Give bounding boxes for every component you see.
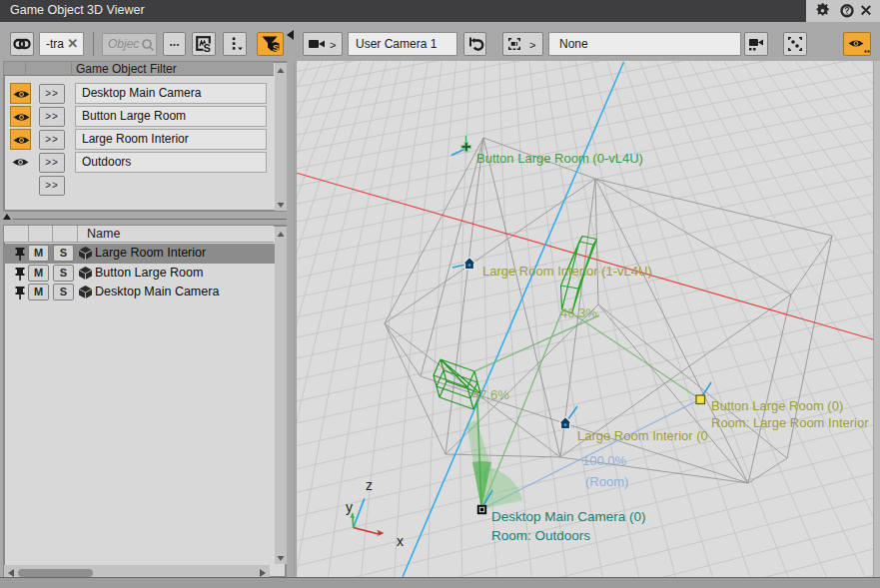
svg-text:(Room): (Room) xyxy=(585,474,628,489)
svg-text:Room: Large Room Interior: Room: Large Room Interior xyxy=(711,415,869,430)
svg-text:46.3%: 46.3% xyxy=(560,305,597,320)
svg-text:x: x xyxy=(397,533,404,549)
svg-text:47.6%: 47.6% xyxy=(472,387,509,402)
svg-text:Button Large Room (0-vL4U): Button Large Room (0-vL4U) xyxy=(476,151,643,166)
svg-text:Room: Outdoors: Room: Outdoors xyxy=(491,528,590,543)
svg-text:S: S xyxy=(273,42,279,53)
svg-text:100.0%: 100.0% xyxy=(582,453,627,468)
svg-text:z: z xyxy=(366,477,373,493)
svg-text:Desktop Main Camera (0): Desktop Main Camera (0) xyxy=(491,509,646,524)
svg-text:Button Large Room (0): Button Large Room (0) xyxy=(711,398,843,413)
svg-text:y: y xyxy=(346,499,353,515)
svg-text:Large Room Interior (1-vL4U): Large Room Interior (1-vL4U) xyxy=(482,264,652,279)
svg-text:>: > xyxy=(330,39,336,51)
svg-text:S: S xyxy=(204,42,211,54)
svg-text:Large Room Interior (0: Large Room Interior (0 xyxy=(577,428,708,443)
svg-text:>: > xyxy=(529,39,535,51)
